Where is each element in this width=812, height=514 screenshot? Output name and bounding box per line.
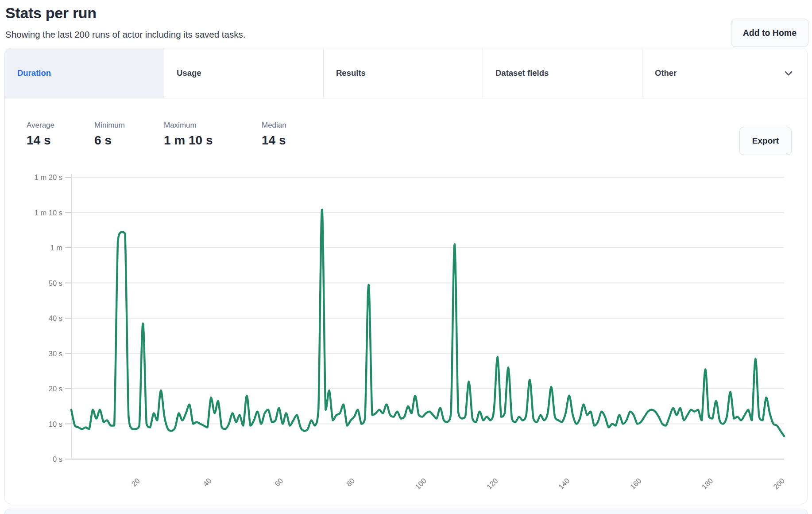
gridlines bbox=[71, 177, 784, 424]
export-button[interactable]: Export bbox=[739, 127, 792, 155]
stat-average: Average 14 s bbox=[27, 121, 94, 148]
y-tick-label: 20 s bbox=[49, 385, 62, 393]
stat-maximum-label: Maximum bbox=[164, 121, 262, 130]
x-tick-label: 100 bbox=[414, 476, 428, 491]
x-tick-label: 80 bbox=[345, 476, 356, 488]
stats-tab-bar: Duration Usage Results Dataset fields Ot… bbox=[5, 48, 807, 98]
y-tick-label: 0 s bbox=[53, 455, 62, 463]
y-tick-label: 30 s bbox=[49, 350, 62, 358]
next-section-edge bbox=[4, 509, 808, 514]
y-tick-label: 1 m 20 s bbox=[35, 173, 62, 181]
chevron-down-icon bbox=[782, 67, 795, 79]
tab-dataset-fields-label: Dataset fields bbox=[495, 68, 549, 78]
x-tick-label: 120 bbox=[485, 476, 499, 491]
x-tick-label: 160 bbox=[628, 476, 642, 491]
tab-duration[interactable]: Duration bbox=[5, 48, 164, 98]
tab-other[interactable]: Other bbox=[642, 48, 807, 98]
stat-minimum-value: 6 s bbox=[94, 133, 164, 148]
page-title: Stats per run bbox=[5, 4, 97, 22]
tab-usage[interactable]: Usage bbox=[164, 48, 324, 98]
stat-average-label: Average bbox=[27, 121, 94, 130]
stat-minimum: Minimum 6 s bbox=[94, 121, 164, 148]
y-axis-labels: 1 m 20 s1 m 10 s1 m50 s40 s30 s20 s10 s0… bbox=[35, 173, 62, 463]
tab-duration-label: Duration bbox=[17, 68, 51, 78]
x-axis-labels: 20406080100120140160180200 bbox=[130, 476, 786, 491]
y-tick-label: 1 m bbox=[50, 244, 62, 252]
y-tick-label: 1 m 10 s bbox=[35, 209, 62, 217]
stat-maximum-value: 1 m 10 s bbox=[164, 133, 262, 148]
tab-usage-label: Usage bbox=[177, 68, 201, 78]
stat-median: Median 14 s bbox=[262, 121, 286, 148]
x-tick-label: 200 bbox=[772, 476, 786, 491]
x-tick-label: 40 bbox=[201, 476, 213, 488]
stat-median-value: 14 s bbox=[262, 133, 286, 148]
y-tick-label: 10 s bbox=[49, 420, 62, 428]
x-tick-label: 60 bbox=[273, 476, 285, 488]
page-subtitle: Showing the last 200 runs of actor inclu… bbox=[5, 29, 245, 40]
axes bbox=[65, 174, 784, 459]
x-tick-label: 180 bbox=[700, 476, 714, 491]
tab-results-label: Results bbox=[336, 68, 366, 78]
x-tick-label: 20 bbox=[130, 476, 141, 488]
y-tick-label: 50 s bbox=[49, 279, 62, 287]
tab-results[interactable]: Results bbox=[324, 48, 483, 98]
summary-stats: Average 14 s Minimum 6 s Maximum 1 m 10 … bbox=[27, 121, 286, 148]
stats-per-run-page: Stats per run Showing the last 200 runs … bbox=[0, 0, 812, 514]
y-tick-label: 40 s bbox=[49, 314, 62, 322]
tab-dataset-fields[interactable]: Dataset fields bbox=[483, 48, 642, 98]
stat-median-label: Median bbox=[262, 121, 286, 130]
tab-other-label: Other bbox=[655, 68, 677, 78]
stat-maximum: Maximum 1 m 10 s bbox=[164, 121, 262, 148]
stat-average-value: 14 s bbox=[27, 133, 94, 148]
stats-card: Duration Usage Results Dataset fields Ot… bbox=[4, 48, 808, 504]
duration-line-series bbox=[71, 210, 784, 436]
x-tick-label: 140 bbox=[557, 476, 571, 491]
duration-chart: 1 m 20 s1 m 10 s1 m50 s40 s30 s20 s10 s0… bbox=[5, 157, 808, 502]
stat-minimum-label: Minimum bbox=[94, 121, 164, 130]
add-to-home-button[interactable]: Add to Home bbox=[731, 19, 808, 47]
